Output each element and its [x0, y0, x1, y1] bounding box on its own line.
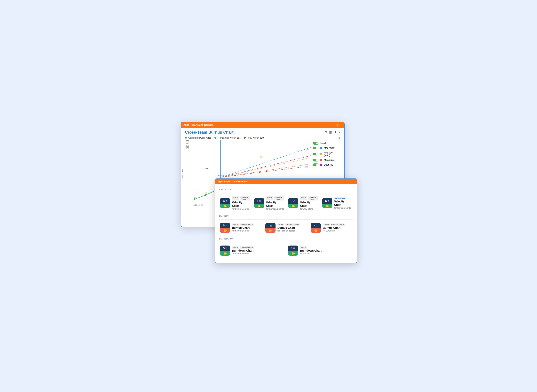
toggle-min[interactable]: Min (auto)	[313, 159, 338, 162]
gadget-velocity-kanban-icon: I ⊞ 🤲	[254, 198, 264, 208]
gadget-burnup-jql-sub: for JQL filters	[323, 229, 345, 232]
hand-bk: 🤲	[269, 229, 272, 232]
gadget-burnup-jql-icon: I ▽ 🤲	[311, 223, 321, 233]
gadget-burndown-scrum-name: Burndown Chart	[232, 249, 254, 252]
front-window-titlebar: Agile Reports and Gadgets	[215, 179, 357, 184]
gadget-velocity-personal-tags: PERSONAL	[334, 197, 352, 200]
tag-team-bs: TEAM	[232, 224, 239, 226]
gadget-velocity-kanban[interactable]: I ⊞ 🤲 TEAM CROSS-TEAM Velocity Chart	[253, 196, 285, 211]
y-label-300: 300	[186, 145, 189, 147]
toggle-deadline[interactable]: Deadline	[313, 163, 338, 166]
gadget-burnup-scrum-name: Burnup Chart	[232, 226, 254, 229]
tag-team-j: TEAM	[300, 196, 307, 201]
tag-cross-team-k: CROSS-TEAM	[274, 196, 284, 201]
toggle-min-text: Min (auto)	[324, 159, 334, 162]
burndown-gadgets-grid: S ↺ 🤲 TEAM CROSS-TEAM Burndown Chart	[219, 245, 353, 257]
gadget-velocity-scrum-info: TEAM CROSS-TEAM Velocity Chart for Scrum…	[232, 196, 250, 210]
y-label-450: 450	[186, 142, 189, 145]
hand-bds: 🤲	[223, 252, 227, 255]
legend-dot-blue	[214, 137, 217, 139]
toggle-max-switch[interactable]	[313, 147, 318, 149]
bdsp-s-letter: S	[291, 247, 292, 249]
gadget-burndown-sprint-icon: S ⊞ 🤲	[288, 246, 298, 256]
more-icon[interactable]: ···	[340, 124, 342, 126]
chart-legend: Completed work • 236 Remaining work • 28…	[181, 136, 344, 140]
svg-text:116: 116	[204, 192, 207, 194]
tag-cross-bk: CROSS-TEAM	[285, 224, 300, 226]
y-axis-title: Story Points	[181, 169, 183, 179]
icon-top-kanban: I ⊞	[254, 198, 264, 204]
toggle-label-text: Label	[320, 142, 326, 145]
gadget-burndown-sprint[interactable]: S ⊞ 🤲 TEAM Burndown Chart for Sprints	[287, 245, 353, 257]
filter-icon[interactable]: ⧉	[339, 136, 340, 139]
burnup-gadgets-grid: S ↺ 🤲 TEAM CROSS-TEAM Burnup Chart	[219, 222, 353, 234]
gadget-burndown-scrum-tags: TEAM CROSS-TEAM	[232, 246, 254, 249]
tag-cross-bds: CROSS-TEAM	[240, 246, 254, 249]
bds-cycle: ↺	[225, 247, 227, 250]
gadget-burnup-kanban[interactable]: I ⊞ 🤲 TEAM CROSS-TEAM Burnup Chart	[265, 222, 308, 234]
gadget-burndown-scrum[interactable]: S ↺ 🤲 TEAM CROSS-TEAM Burndown Chart	[219, 245, 285, 257]
gadget-burnup-scrum[interactable]: S ↺ 🤲 TEAM CROSS-TEAM Burnup Chart	[219, 222, 262, 234]
gear-icon[interactable]: ⚙	[325, 131, 327, 134]
toggle-deadline-switch[interactable]	[313, 163, 318, 166]
hand-bdsp: 🤲	[292, 252, 295, 255]
gadget-burnup-scrum-icon: S ↺ 🤲	[220, 223, 230, 233]
toggle-label[interactable]: Label	[313, 142, 338, 145]
svg-text:520: 520	[218, 175, 221, 177]
bds-s-letter: S	[223, 247, 225, 250]
personal-s-letter: S	[325, 199, 327, 202]
gadget-burndown-sprint-name: Burndown Chart	[300, 249, 322, 252]
move-icon[interactable]: ⊹	[336, 124, 338, 126]
jql-i-letter: I	[292, 200, 292, 202]
bk-i-letter: I	[269, 224, 269, 227]
hand-bs: 🤲	[223, 229, 227, 232]
gadget-burnup-jql[interactable]: I ▽ 🤲 TEAM CROSS-TEAM Burnup Chart	[310, 222, 353, 234]
y-label-600: 600	[186, 140, 189, 142]
gadget-velocity-jql[interactable]: I ▽ 🤲 TEAM CROSS-TEAM Velocity Chart	[287, 196, 319, 211]
gadget-velocity-scrum-icon: S ↺ 🤲	[220, 198, 230, 208]
toggle-deadline-text: Deadline	[324, 163, 333, 166]
share-icon[interactable]: ⬆	[334, 131, 337, 134]
icon-bottom-jql: 🤲	[288, 204, 298, 208]
icon-top-bj: I ▽	[311, 223, 321, 228]
toggle-min-switch[interactable]	[313, 159, 318, 162]
front-window-title: Agile Reports and Gadgets	[217, 180, 248, 183]
back-window-title: Agile Reports and Gadgets	[184, 124, 213, 126]
tag-team: TEAM	[232, 196, 239, 201]
toggle-max-color	[320, 147, 322, 149]
icon-bottom-kanban: 🤲	[254, 204, 264, 208]
gadget-velocity-kanban-sub: for Kanban Boards	[266, 208, 284, 210]
toggle-average-switch[interactable]	[313, 153, 318, 155]
gadget-velocity-scrum[interactable]: S ↺ 🤲 TEAM CROSS-TEAM Velocity Chart	[219, 196, 251, 211]
icon-top: S ↺	[220, 198, 230, 204]
gadgets-panel-window: Agile Reports and Gadgets VELOCITY S ↺ 🤲	[215, 178, 357, 263]
gadget-velocity-kanban-tags: TEAM CROSS-TEAM	[266, 196, 284, 201]
velocity-gadgets-grid: S ↺ 🤲 TEAM CROSS-TEAM Velocity Chart	[219, 196, 353, 211]
gadget-velocity-personal-name: Velocity Chart	[334, 200, 352, 206]
hand-icon-jql: 🤲	[292, 204, 295, 207]
bk-grid: ⊞	[270, 224, 272, 227]
toggle-max-text: Max (auto)	[324, 147, 335, 149]
toggle-label-switch[interactable]	[313, 142, 318, 145]
gadget-velocity-personal[interactable]: S ↺ 🤲 PERSONAL Velocity Chart for Scrum …	[321, 196, 353, 211]
gadget-velocity-personal-icon: S ↺ 🤲	[322, 198, 332, 208]
toggle-average[interactable]: Average (auto)	[313, 151, 338, 157]
legend-dot-green	[185, 137, 187, 139]
gadget-burnup-jql-name: Burnup Chart	[323, 226, 345, 229]
gadget-velocity-scrum-tags: TEAM CROSS-TEAM	[232, 196, 250, 201]
gadget-velocity-scrum-sub: for Scrum Boards	[232, 208, 250, 210]
help-icon[interactable]: ?	[339, 131, 340, 134]
burnup-section-label: BURNUP	[219, 215, 353, 217]
gadget-burnup-scrum-sub: for Scrum Boards	[232, 229, 254, 232]
legend-total-label: Total work	[247, 136, 258, 139]
gadget-burnup-scrum-tags: TEAM CROSS-TEAM	[232, 224, 254, 226]
gadget-burnup-kanban-tags: TEAM CROSS-TEAM	[278, 224, 300, 226]
toggle-max[interactable]: Max (auto)	[313, 147, 338, 149]
gadget-burndown-sprint-tags: TEAM	[300, 246, 322, 249]
icon-top-bs: S ↺	[220, 223, 230, 228]
table-icon[interactable]: ▦	[329, 131, 332, 134]
tag-team-bj: TEAM	[323, 224, 330, 226]
tag-team-bdsp: TEAM	[300, 246, 307, 249]
gadget-burndown-scrum-info: TEAM CROSS-TEAM Burndown Chart for Scrum…	[232, 246, 254, 255]
legend-remaining-value: 284	[237, 136, 240, 139]
